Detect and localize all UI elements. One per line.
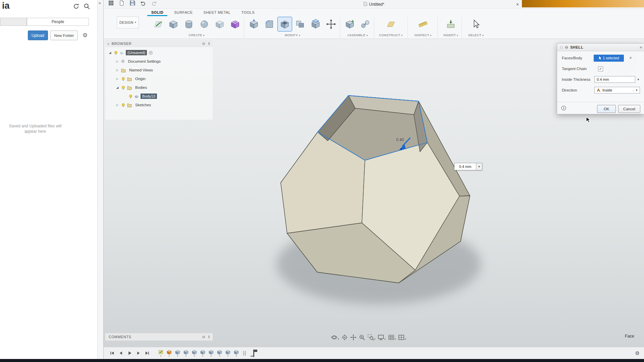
timeline-settings-gear-icon[interactable]: ⚙ [635, 350, 640, 356]
minimize-panel-icon[interactable]: ⊖ [202, 335, 206, 339]
panel-collapse-strip[interactable]: « [97, 0, 103, 359]
browser-item-named-views[interactable]: ▷Named Views [105, 66, 213, 74]
timeline-feature-9[interactable]: ▾ [225, 349, 231, 357]
display-settings-nav-button[interactable]: ▾ [378, 334, 386, 341]
group-label[interactable]: ASSEMBLE ▾ [347, 33, 368, 37]
ribbon-tab-surface[interactable]: SURFACE [170, 9, 197, 16]
direction-dropdown[interactable]: Inside ▼ [594, 87, 640, 94]
orbit-nav-button[interactable]: ▾ [331, 334, 339, 341]
shell-dialog-header[interactable]: ❘❘ ⊖ SHELL » [557, 44, 644, 51]
chevron-down-icon[interactable]: ▾ [338, 338, 339, 341]
expander-closed-icon[interactable]: ▷ [115, 60, 119, 63]
move-tool-button[interactable] [324, 17, 338, 31]
thickness-dropdown-icon[interactable]: ▼ [637, 78, 640, 81]
form-tool-button[interactable] [228, 17, 242, 31]
browser-item-sketches[interactable]: ▷Sketches [105, 101, 213, 109]
group-label[interactable]: CONSTRUCT ▾ [379, 33, 402, 37]
timeline-sketch-feature-1[interactable]: ▾ [158, 349, 164, 357]
chevron-down-icon[interactable]: ▾ [405, 338, 406, 341]
pattern-box-tool-button[interactable] [213, 17, 227, 31]
ribbon-tab-sheet-metal[interactable]: SHEET METAL [200, 9, 235, 16]
browser-item-unsaved[interactable]: ◢g stroke="#5d7186" stroke-width="1" str… [105, 48, 213, 57]
group-label[interactable]: MODIFY ▾ [285, 33, 300, 37]
bulb-icon[interactable] [121, 85, 125, 90]
minimize-panel-icon[interactable]: ⊖ [202, 42, 206, 46]
inside-thickness-field[interactable]: 0.4 mm [594, 76, 635, 83]
browser-header[interactable]: « BROWSER ⊖‖ [105, 40, 213, 47]
bulb-icon[interactable] [121, 77, 125, 81]
browser-item-document-settings[interactable]: ▷⚙Document Settings [105, 57, 213, 66]
chevron-down-icon[interactable]: ▾ [384, 338, 386, 341]
comments-panel[interactable]: COMMENTS ⊖‖ [105, 333, 213, 341]
timeline-step-forward-button[interactable] [135, 350, 142, 357]
press-pull-tool-button[interactable] [247, 17, 261, 31]
close-window-button[interactable]: × [514, 1, 521, 8]
fillet-tool-button[interactable] [262, 17, 276, 31]
pan-nav-button[interactable] [350, 334, 357, 341]
data-panel-tab-people[interactable]: People [27, 18, 89, 26]
info-icon[interactable] [561, 106, 566, 111]
ribbon-tab-tools[interactable]: TOOLS [237, 9, 259, 16]
timeline-feature-10[interactable]: ▾ [233, 349, 239, 357]
timeline-skip-end-button[interactable] [143, 350, 151, 357]
timeline-step-back-button[interactable] [117, 350, 124, 357]
pin-panel-icon[interactable]: ‖ [208, 42, 210, 46]
chevron-down-icon[interactable]: ▾ [374, 338, 376, 341]
timeline-play-button[interactable] [126, 350, 133, 357]
joint-tool-button[interactable] [358, 17, 372, 31]
pin-panel-icon[interactable]: ‖ [208, 335, 210, 339]
collapse-chevrons-icon[interactable]: « [99, 1, 101, 5]
clear-selection-icon[interactable]: × [628, 56, 633, 60]
grid-settings-nav-button[interactable]: ▾ [388, 334, 396, 341]
group-label[interactable]: SELECT ▾ [468, 33, 484, 37]
sketch-tool-button[interactable] [151, 17, 165, 31]
timeline-feature-3[interactable]: ▾ [175, 349, 180, 357]
workspace-selector-button[interactable]: DESIGN▾ [117, 16, 139, 28]
look-at-nav-button[interactable] [341, 334, 348, 341]
search-icon[interactable] [83, 3, 91, 10]
plane-tool-button[interactable] [384, 17, 398, 31]
collapse-browser-icon[interactable]: « [105, 42, 112, 46]
group-label[interactable]: CREATE ▾ [189, 33, 204, 37]
cylinder-tool-button[interactable] [182, 17, 196, 31]
new-component-tool-button[interactable] [343, 17, 357, 31]
expander-open-icon[interactable]: ◢ [115, 86, 119, 89]
select-tool-button[interactable] [469, 17, 483, 31]
zoom-window-nav-button[interactable]: ▾ [368, 334, 376, 341]
chevron-down-icon[interactable]: ▾ [395, 338, 396, 341]
measure-tool-button[interactable] [416, 17, 430, 31]
dimension-input[interactable]: 0.4 mm [454, 163, 476, 170]
timeline-feature-8[interactable]: ▾ [217, 349, 222, 357]
timeline-drag-handle-icon[interactable] [243, 351, 246, 356]
combine-tool-button[interactable] [293, 17, 307, 31]
settings-gear-icon[interactable]: ⚙ [83, 32, 88, 39]
timeline-feature-4[interactable]: ▾ [183, 349, 189, 357]
timeline-skip-start-button[interactable] [108, 350, 116, 357]
browser-item-body13[interactable]: g stroke="#5d7186" stroke-width="1" stro… [105, 92, 213, 101]
cancel-button[interactable]: Cancel [618, 105, 640, 113]
expander-closed-icon[interactable]: ▷ [115, 68, 119, 72]
faces-selected-chip[interactable]: 1 selected [594, 55, 624, 62]
data-panel-tab-data[interactable] [0, 18, 27, 26]
insert-tool-button[interactable] [444, 17, 458, 31]
box-tool-button[interactable] [166, 17, 180, 31]
offset-face-tool-button[interactable] [309, 17, 323, 31]
sphere-tool-button[interactable] [197, 17, 211, 31]
timeline-feature-7[interactable]: ▾ [208, 349, 214, 357]
timeline-position-marker[interactable] [250, 349, 259, 357]
expander-closed-icon[interactable]: ▷ [115, 77, 119, 80]
group-label[interactable]: INSPECT ▾ [415, 33, 432, 37]
refresh-icon[interactable] [72, 3, 80, 10]
eye-icon[interactable] [149, 51, 153, 55]
group-label[interactable]: INSERT ▾ [443, 33, 458, 37]
collapse-dialog-icon[interactable]: ⊖ [565, 45, 568, 50]
bulb-icon[interactable] [128, 94, 133, 99]
zoom-nav-button[interactable] [359, 334, 365, 341]
bulb-icon[interactable] [121, 103, 125, 107]
dimension-dropdown-button[interactable]: ▼ [476, 163, 482, 170]
ribbon-tab-solid[interactable]: SOLID [147, 9, 167, 16]
timeline-feature-6[interactable]: ▾ [200, 349, 206, 357]
viewports-nav-button[interactable]: ▾ [398, 334, 406, 341]
expander-closed-icon[interactable]: ▷ [115, 103, 119, 107]
tangent-chain-checkbox[interactable]: ✓ [598, 66, 603, 71]
